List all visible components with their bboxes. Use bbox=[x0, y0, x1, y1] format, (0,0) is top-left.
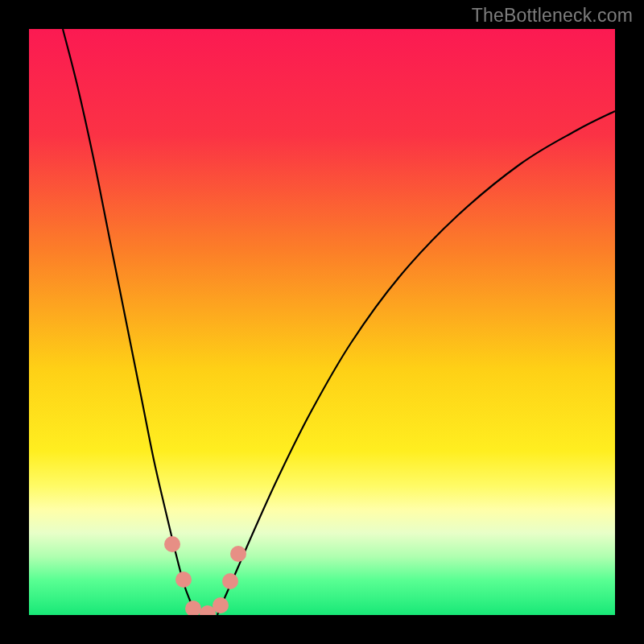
highlight-dot bbox=[164, 536, 180, 552]
chart-frame: TheBottleneck.com bbox=[0, 0, 644, 644]
plot-area bbox=[29, 29, 615, 615]
highlight-dot bbox=[175, 572, 192, 588]
bottleneck-curve bbox=[29, 29, 615, 615]
watermark-label: TheBottleneck.com bbox=[472, 5, 633, 27]
highlight-dot bbox=[230, 546, 246, 562]
highlight-dot bbox=[185, 601, 201, 615]
highlight-dot bbox=[213, 597, 229, 613]
highlight-dot bbox=[222, 573, 238, 589]
